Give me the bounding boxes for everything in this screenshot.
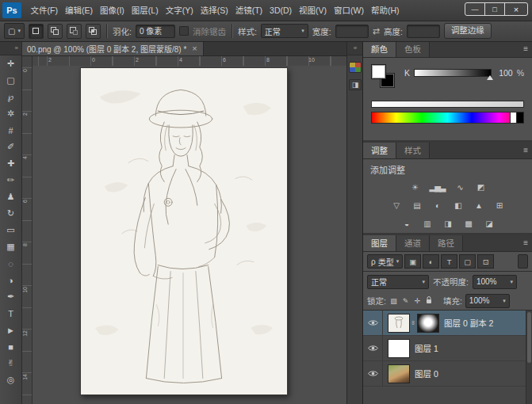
vibrance-icon[interactable]: ▽: [390, 201, 402, 210]
grayscale-ramp[interactable]: [371, 101, 524, 108]
vertical-ruler[interactable]: 0 2 4 6 8 10 12 14: [21, 66, 33, 404]
foreground-color-chip[interactable]: [371, 64, 386, 79]
document-canvas[interactable]: [80, 67, 288, 395]
adjustments-panel-icon[interactable]: ◨: [349, 79, 362, 90]
gradient-map-icon[interactable]: ▩: [462, 219, 474, 228]
selective-color-icon[interactable]: ◪: [483, 219, 495, 228]
layer-row[interactable]: 图层 0: [363, 361, 532, 387]
menu-type[interactable]: 文字(Y): [162, 0, 197, 21]
tab-styles[interactable]: 样式: [396, 143, 430, 158]
filter-adjustment-icon[interactable]: ◐: [423, 254, 439, 269]
feather-input[interactable]: 0 像素: [136, 25, 175, 38]
layer-mask-thumbnail[interactable]: [417, 314, 439, 333]
lock-all-icon[interactable]: [425, 296, 434, 306]
menu-edit[interactable]: 编辑(E): [61, 0, 96, 21]
maximize-button[interactable]: □: [484, 3, 504, 15]
exposure-icon[interactable]: ◩: [475, 183, 487, 192]
tools-collapse-icon[interactable]: »: [0, 41, 21, 55]
color-spectrum-ramp[interactable]: [371, 112, 524, 124]
panel-menu-icon[interactable]: ≡: [523, 235, 528, 251]
menu-3d[interactable]: 3D(D): [266, 0, 296, 21]
shape-tool[interactable]: ■: [0, 338, 21, 355]
lock-position-icon[interactable]: ✛: [413, 297, 422, 305]
type-tool[interactable]: T: [0, 305, 21, 322]
move-tool[interactable]: ✛: [0, 55, 21, 72]
blend-mode-dropdown[interactable]: 正常 ▾: [367, 275, 429, 289]
layers-scrollbar[interactable]: [526, 311, 532, 404]
hand-tool[interactable]: ✌: [0, 355, 21, 372]
clone-stamp-tool[interactable]: ♟: [0, 189, 21, 205]
path-selection-tool[interactable]: ►: [0, 322, 21, 338]
filter-shape-icon[interactable]: ▢: [459, 254, 476, 269]
healing-brush-tool[interactable]: ✚: [0, 155, 21, 172]
posterize-icon[interactable]: ▥: [421, 219, 433, 228]
invert-icon[interactable]: ◒: [400, 219, 412, 228]
zoom-tool[interactable]: ◎: [0, 372, 21, 388]
minimize-button[interactable]: —: [465, 3, 484, 15]
menu-window[interactable]: 窗口(W): [331, 0, 368, 21]
fill-dropdown[interactable]: 100% ▾: [465, 294, 510, 308]
lock-transparency-icon[interactable]: ▨: [389, 297, 398, 305]
add-selection-button[interactable]: [48, 24, 63, 39]
layer-row[interactable]: 图层 1: [363, 336, 532, 361]
tab-adjustments[interactable]: 调整: [363, 143, 396, 158]
lock-pixels-icon[interactable]: ✎: [401, 297, 410, 305]
filter-kind-dropdown[interactable]: ρ 类型 ▾: [367, 254, 403, 269]
menu-filter[interactable]: 滤镜(T): [232, 0, 266, 21]
scrollbar-thumb[interactable]: [527, 312, 531, 363]
swap-dimensions-icon[interactable]: ⇄: [373, 26, 380, 36]
history-brush-tool[interactable]: ↻: [0, 205, 21, 222]
filter-toggle-switch[interactable]: [518, 254, 528, 269]
tab-color[interactable]: 颜色: [363, 41, 396, 57]
k-slider[interactable]: [414, 69, 492, 77]
filter-pixel-icon[interactable]: ▣: [404, 254, 421, 269]
visibility-toggle[interactable]: [363, 361, 383, 386]
menu-file[interactable]: 文件(F): [27, 0, 61, 21]
brightness-contrast-icon[interactable]: ☀: [408, 183, 420, 192]
layer-thumbnail[interactable]: [388, 314, 410, 333]
black-white-icon[interactable]: ◧: [452, 201, 464, 210]
layer-row[interactable]: ∞ 图层 0 副本 2: [363, 311, 532, 336]
lasso-tool[interactable]: ℘: [0, 89, 21, 105]
blur-tool[interactable]: ◌: [0, 255, 21, 272]
tab-close-icon[interactable]: ×: [192, 44, 197, 53]
curves-icon[interactable]: ∿: [454, 183, 466, 192]
eyedropper-tool[interactable]: ✐: [0, 139, 21, 155]
crop-tool[interactable]: #: [0, 122, 21, 139]
intersect-selection-button[interactable]: [86, 24, 101, 39]
tab-paths[interactable]: 路径: [430, 235, 463, 251]
eraser-tool[interactable]: ▭: [0, 222, 21, 238]
tab-channels[interactable]: 通道: [396, 235, 430, 251]
subtract-selection-button[interactable]: [67, 24, 82, 39]
width-input[interactable]: [335, 25, 369, 38]
rectangular-marquee-tool[interactable]: ▢: [0, 72, 21, 89]
new-selection-button[interactable]: [29, 24, 44, 39]
k-value[interactable]: 100: [496, 68, 513, 78]
filter-smart-object-icon[interactable]: ⊡: [477, 254, 494, 269]
black-cell[interactable]: [516, 112, 523, 123]
quick-selection-tool[interactable]: ✲: [0, 105, 21, 122]
refine-edge-button[interactable]: 调整边缘: [444, 23, 492, 39]
brush-tool[interactable]: ✏: [0, 172, 21, 189]
layer-thumbnail[interactable]: [388, 364, 410, 383]
close-button[interactable]: ×: [504, 3, 527, 15]
visibility-toggle[interactable]: [363, 336, 383, 360]
menu-select[interactable]: 选择(S): [197, 0, 232, 21]
menu-image[interactable]: 图像(I): [96, 0, 128, 21]
panel-menu-icon[interactable]: ≡: [523, 143, 528, 158]
pen-tool[interactable]: ✒: [0, 288, 21, 305]
tab-swatches[interactable]: 色板: [396, 41, 430, 57]
photo-filter-icon[interactable]: ▲: [473, 201, 484, 210]
color-balance-icon[interactable]: ◐: [431, 201, 443, 210]
levels-icon[interactable]: ▂▅▃: [429, 183, 445, 192]
swatches-panel-icon[interactable]: [349, 62, 362, 73]
tool-preset-picker[interactable]: ▢ ▾: [4, 23, 25, 39]
height-input[interactable]: [407, 25, 440, 38]
document-tab[interactable]: 00.png @ 100% (图层 0 副本 2, 图层蒙版/8) * ×: [21, 41, 204, 55]
layer-thumbnail[interactable]: [388, 339, 410, 358]
dodge-tool[interactable]: ◑: [0, 272, 21, 288]
gradient-tool[interactable]: ▦: [0, 238, 21, 255]
menu-view[interactable]: 视图(V): [296, 0, 331, 21]
panel-menu-icon[interactable]: ≡: [523, 41, 528, 57]
visibility-toggle[interactable]: [363, 311, 383, 335]
